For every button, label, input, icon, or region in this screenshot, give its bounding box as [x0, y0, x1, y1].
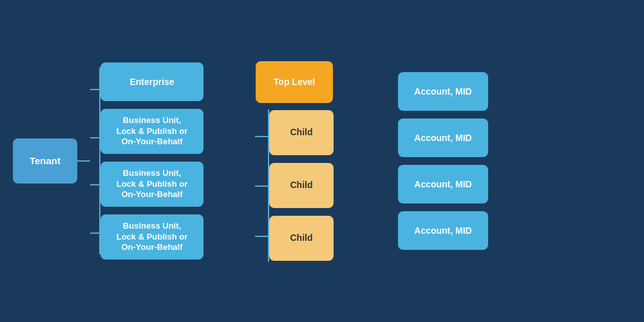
- bu-box-1: Business Unit,Lock & Publish orOn-Your-B…: [100, 109, 204, 154]
- bracket-v-line: [99, 68, 100, 254]
- child-box-1: Child: [269, 110, 334, 155]
- child-label-1: Child: [290, 126, 313, 138]
- child-box-2: Child: [269, 163, 334, 208]
- diagram: Tenant Enterprise Business Unit,Lock & P…: [13, 61, 631, 261]
- top-level-label: Top Level: [274, 76, 315, 88]
- account-box-4: Account, MID: [398, 211, 488, 250]
- tick-4: [90, 232, 99, 234]
- children-section: Child Child Child: [255, 109, 334, 261]
- bu-label-2: Business Unit,Lock & Publish orOn-Your-B…: [117, 168, 188, 201]
- tick-3: [90, 184, 99, 185]
- account-label-1: Account, MID: [414, 86, 471, 97]
- child-box-3: Child: [269, 216, 334, 261]
- account-label-4: Account, MID: [414, 225, 471, 236]
- column-accounts: Account, MID Account, MID Account, MID A…: [398, 72, 488, 250]
- account-box-1: Account, MID: [398, 72, 488, 111]
- bu-label-1: Business Unit,Lock & Publish orOn-Your-B…: [117, 115, 188, 148]
- tenant-h-line: [77, 160, 90, 162]
- tick-2: [90, 137, 99, 138]
- account-box-2: Account, MID: [398, 118, 488, 157]
- child-list: Child Child Child: [269, 110, 334, 261]
- tick-1: [90, 89, 99, 90]
- account-label-3: Account, MID: [414, 178, 471, 190]
- bu-label-3: Business Unit,Lock & Publish orOn-Your-B…: [117, 221, 188, 254]
- bu-list: Enterprise Business Unit,Lock & Publish …: [100, 62, 204, 260]
- child-bracket: [255, 109, 269, 261]
- tenant-box: Tenant: [13, 138, 77, 184]
- bu-box-2: Business Unit,Lock & Publish orOn-Your-B…: [100, 162, 204, 207]
- child-tick-2: [255, 185, 268, 187]
- child-tick-1: [255, 136, 268, 137]
- tenant-connector: [77, 68, 100, 254]
- account-box-3: Account, MID: [398, 165, 488, 204]
- column-toplevel: Top Level Child Child Child: [255, 61, 334, 261]
- enterprise-box: Enterprise: [100, 62, 204, 101]
- child-tick-3: [255, 236, 268, 237]
- child-label-3: Child: [290, 232, 313, 243]
- child-v-line: [268, 109, 269, 261]
- tenant-label: Tenant: [30, 155, 61, 167]
- bu-box-3: Business Unit,Lock & Publish orOn-Your-B…: [100, 214, 204, 260]
- account-label-2: Account, MID: [414, 132, 471, 144]
- child-label-2: Child: [290, 179, 313, 191]
- column-tenant: Tenant Enterprise Business Unit,Lock & P…: [13, 62, 204, 260]
- tenant-bracket: [90, 68, 100, 254]
- enterprise-label: Enterprise: [129, 76, 174, 88]
- top-level-box: Top Level: [256, 61, 333, 103]
